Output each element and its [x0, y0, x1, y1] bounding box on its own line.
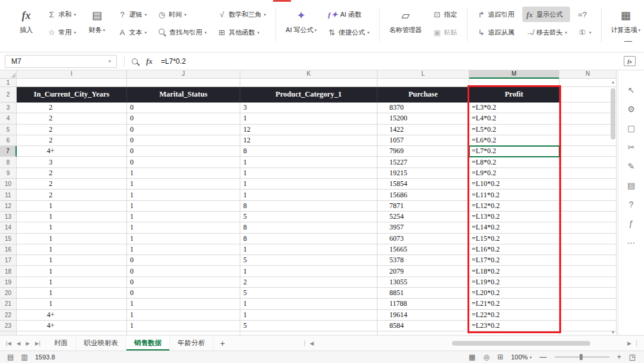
- cell-J13[interactable]: 1: [127, 212, 240, 222]
- cell-I23[interactable]: 4+: [17, 321, 127, 331]
- cell-M16[interactable]: =L16*0.2: [469, 244, 559, 255]
- cell-L17[interactable]: 5378: [377, 255, 469, 266]
- help-icon[interactable]: ?: [629, 200, 634, 209]
- vertical-scrollbar[interactable]: ▴ ▾: [610, 80, 616, 335]
- cell-J2[interactable]: Marital_Status: [127, 87, 240, 103]
- cell-I9[interactable]: 2: [17, 168, 127, 179]
- name-box[interactable]: M7 ▾: [5, 55, 117, 68]
- normal-view-icon[interactable]: ▦: [469, 353, 475, 361]
- cell-L15[interactable]: 6073: [377, 234, 469, 244]
- zoom-out-button[interactable]: —: [540, 353, 547, 361]
- row-header-15[interactable]: 15: [0, 234, 17, 244]
- cell-I11[interactable]: 2: [17, 190, 127, 200]
- sheet-tab-sales-data[interactable]: 销售数据: [126, 336, 170, 350]
- cell-K21[interactable]: 1: [240, 299, 377, 309]
- first-sheet-icon[interactable]: |◀: [6, 340, 11, 346]
- ribbon-collapse-icon[interactable]: —: [624, 37, 632, 45]
- cell-J10[interactable]: 1: [127, 179, 240, 190]
- row-header-17[interactable]: 17: [0, 255, 17, 266]
- cell-N11[interactable]: [559, 190, 617, 200]
- cell-L3[interactable]: 8370: [377, 103, 469, 113]
- cell-K10[interactable]: 1: [240, 179, 377, 190]
- cell-L21[interactable]: 11788: [377, 299, 469, 309]
- cell-N6[interactable]: [559, 135, 617, 146]
- cell-J4[interactable]: 0: [127, 113, 240, 124]
- add-sheet-button[interactable]: +: [213, 336, 231, 350]
- cell-L22[interactable]: 19614: [377, 310, 469, 321]
- cell-N17[interactable]: [559, 255, 617, 266]
- cell-I22[interactable]: 4+: [17, 310, 127, 321]
- remove-arrows-button[interactable]: ↛移去箭头▾: [522, 24, 571, 40]
- cell-L1[interactable]: [377, 79, 469, 87]
- cell-J3[interactable]: 0: [127, 103, 240, 113]
- cell-I10[interactable]: 2: [17, 179, 127, 190]
- cell-L13[interactable]: 5254: [377, 212, 469, 222]
- cell-K15[interactable]: 8: [240, 234, 377, 244]
- zoom-slider-thumb[interactable]: [580, 354, 583, 360]
- cell-J18[interactable]: 0: [127, 266, 240, 277]
- cell-M22[interactable]: =L22*0.2: [469, 310, 559, 321]
- cell-K4[interactable]: 1: [240, 113, 377, 124]
- cell-J23[interactable]: 1: [127, 321, 240, 331]
- sheet-stats-icon[interactable]: ▤: [7, 353, 14, 361]
- cell-I2[interactable]: In_Current_City_Years: [17, 87, 127, 103]
- cell-N16[interactable]: [559, 244, 617, 255]
- other-functions-button[interactable]: ⊞其他函数▾: [215, 24, 270, 40]
- evaluate-formula-button[interactable]: =?: [575, 7, 595, 22]
- cell-L23[interactable]: 8584: [377, 321, 469, 331]
- cell-K6[interactable]: 12: [240, 135, 377, 146]
- cell-I12[interactable]: 1: [17, 201, 127, 212]
- column-header-K[interactable]: K: [240, 70, 377, 79]
- row-header-14[interactable]: 14: [0, 222, 17, 233]
- cell-N18[interactable]: [559, 266, 617, 277]
- ai-write-formula-button[interactable]: ✦AI 写公式▾: [283, 7, 320, 35]
- formula-doc-icon[interactable]: ƒ: [629, 219, 634, 228]
- cell-L20[interactable]: 8851: [377, 288, 469, 299]
- error-checking-button[interactable]: ①▾: [575, 24, 595, 40]
- select-cursor-icon[interactable]: ↖: [628, 86, 635, 94]
- fx-icon[interactable]: fx: [146, 57, 153, 66]
- prev-sheet-icon[interactable]: ◀: [17, 340, 21, 346]
- cell-N3[interactable]: [559, 103, 617, 113]
- cell-J22[interactable]: 1: [127, 310, 240, 321]
- logical-button[interactable]: ?逻辑▾: [115, 7, 150, 22]
- last-sheet-icon[interactable]: ▶|: [35, 340, 41, 346]
- zoom-level[interactable]: 100% ▾: [511, 353, 532, 361]
- cell-K13[interactable]: 5: [240, 212, 377, 222]
- text-functions-button[interactable]: A文本▾: [115, 24, 150, 40]
- cell-K12[interactable]: 8: [240, 201, 377, 212]
- cell-N15[interactable]: [559, 234, 617, 244]
- cell-J21[interactable]: 1: [127, 299, 240, 309]
- sign-icon[interactable]: ✎: [628, 162, 635, 170]
- cell-N20[interactable]: [559, 288, 617, 299]
- scroll-down-icon[interactable]: ▾: [612, 330, 614, 335]
- define-names-button[interactable]: ⊡指定: [430, 7, 460, 22]
- cell-I16[interactable]: 1: [17, 244, 127, 255]
- cell-I8[interactable]: 3: [17, 157, 127, 167]
- cell-N9[interactable]: [559, 168, 617, 179]
- cell-N12[interactable]: [559, 201, 617, 212]
- calculation-options-button[interactable]: ▦计算选项▾: [608, 7, 644, 35]
- row-header-11[interactable]: 11: [0, 190, 17, 200]
- cell-J15[interactable]: 1: [127, 234, 240, 244]
- cell-K17[interactable]: 5: [240, 255, 377, 266]
- cell-K5[interactable]: 12: [240, 125, 377, 135]
- sum-button[interactable]: Σ求和▾: [44, 7, 79, 22]
- insert-function-button[interactable]: fx插入: [13, 7, 39, 35]
- cell-I17[interactable]: 1: [17, 255, 127, 266]
- scroll-right-icon[interactable]: ▶: [627, 340, 631, 346]
- zoom-slider[interactable]: [555, 356, 609, 358]
- trace-precedents-button[interactable]: ↱追踪引用: [474, 7, 518, 22]
- cell-N7[interactable]: [559, 146, 617, 157]
- cell-M12[interactable]: =L12*0.2: [469, 201, 559, 212]
- cell-N14[interactable]: [559, 222, 617, 233]
- cell-K9[interactable]: 1: [240, 168, 377, 179]
- cell-L8[interactable]: 15227: [377, 157, 469, 167]
- cell-I5[interactable]: 2: [17, 125, 127, 135]
- row-header-7[interactable]: 7: [0, 146, 17, 157]
- page-layout-icon[interactable]: ⊞: [497, 353, 503, 361]
- cell-L11[interactable]: 15686: [377, 190, 469, 200]
- cell-I20[interactable]: 1: [17, 288, 127, 299]
- cell-M20[interactable]: =L20*0.2: [469, 288, 559, 299]
- cell-J11[interactable]: 1: [127, 190, 240, 200]
